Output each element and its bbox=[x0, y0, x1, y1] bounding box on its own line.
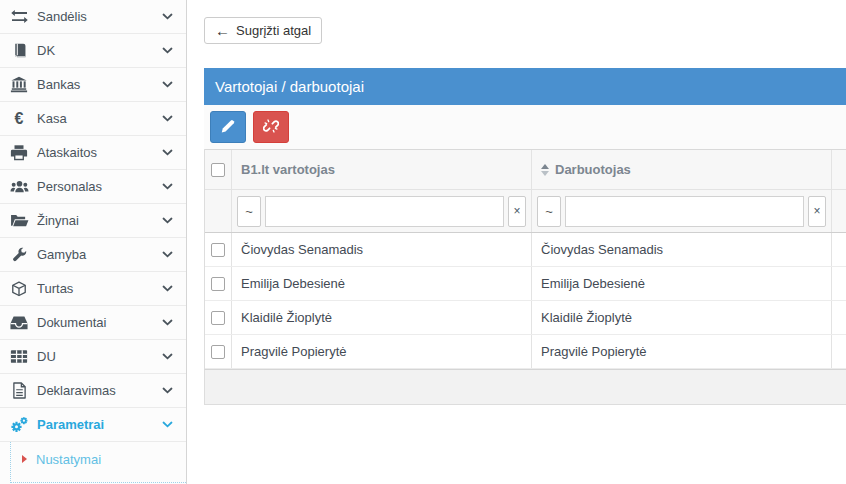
chevron-down-icon bbox=[162, 183, 173, 190]
cell-user: Emilija Debesienė bbox=[232, 267, 532, 300]
panel-footer bbox=[204, 369, 846, 405]
row-checkbox-cell bbox=[205, 233, 232, 266]
filter-clear-button[interactable]: × bbox=[808, 196, 826, 227]
filter-cell-user: ~ × bbox=[232, 190, 532, 232]
filter-clear-button[interactable]: × bbox=[508, 196, 526, 227]
sidebar-item-deklaravimas[interactable]: Deklaravimas bbox=[0, 374, 186, 408]
row-checkbox-cell bbox=[205, 335, 232, 368]
panel-title: Vartotojai / darbuotojai bbox=[204, 68, 846, 105]
row-checkbox[interactable] bbox=[211, 345, 225, 359]
sidebar-item-du[interactable]: DU bbox=[0, 340, 186, 374]
chevron-down-icon bbox=[162, 387, 173, 394]
sidebar-item-sandelis[interactable]: Sandėlis bbox=[0, 0, 186, 34]
select-all-checkbox[interactable] bbox=[211, 163, 225, 177]
chain-broken-icon bbox=[263, 118, 279, 137]
filter-cell-employee: ~ × bbox=[532, 190, 832, 232]
arrow-left-icon: ← bbox=[215, 23, 230, 38]
back-button[interactable]: ← Sugrįžti atgal bbox=[204, 17, 322, 44]
exchange-icon bbox=[7, 9, 31, 24]
sidebar-item-label: Dokumentai bbox=[37, 315, 162, 330]
filter-input-employee[interactable] bbox=[565, 196, 804, 227]
sidebar-item-kasa[interactable]: € Kasa bbox=[0, 102, 186, 136]
sidebar-item-label: Personalas bbox=[37, 179, 162, 194]
filter-spacer-cell bbox=[205, 190, 232, 232]
euro-icon: € bbox=[7, 111, 31, 127]
column-header-spacer bbox=[832, 150, 846, 189]
chevron-down-icon bbox=[162, 285, 173, 292]
sidebar-subitem-label: Nustatymai bbox=[36, 452, 101, 467]
main-content: ← Sugrįžti atgal Vartotojai / darbuotoja… bbox=[188, 0, 846, 484]
chevron-down-icon bbox=[162, 47, 173, 54]
table-filter-row: ~ × ~ × bbox=[205, 190, 846, 233]
filter-input-user[interactable] bbox=[265, 196, 504, 227]
pencil-icon bbox=[220, 118, 236, 137]
chevron-down-icon bbox=[162, 217, 173, 224]
row-checkbox[interactable] bbox=[211, 243, 225, 257]
chevron-down-icon bbox=[162, 353, 173, 360]
filter-operator-button[interactable]: ~ bbox=[237, 196, 261, 227]
cogs-icon bbox=[7, 416, 31, 433]
table-row[interactable]: Čiovydas Senamadis Čiovydas Senamadis bbox=[205, 233, 846, 267]
file-text-icon bbox=[7, 382, 31, 399]
edit-button[interactable] bbox=[210, 111, 246, 143]
sidebar-item-label: Kasa bbox=[37, 111, 162, 126]
cell-user: Pragvilė Popierytė bbox=[232, 335, 532, 368]
cell-spacer bbox=[832, 335, 846, 368]
row-checkbox-cell bbox=[205, 301, 232, 334]
filter-spacer bbox=[832, 190, 846, 232]
sidebar-item-personalas[interactable]: Personalas bbox=[0, 170, 186, 204]
chevron-down-icon bbox=[162, 149, 173, 156]
sidebar: Sandėlis DK Bankas € Kasa Ataskaitos Per… bbox=[0, 0, 187, 484]
sidebar-item-label: Žinynai bbox=[37, 213, 162, 228]
sidebar-item-label: Ataskaitos bbox=[37, 145, 162, 160]
users-table: B1.lt vartotojas Darbuotojas ~ × ~ bbox=[204, 149, 846, 369]
sidebar-item-zinynai[interactable]: Žinynai bbox=[0, 204, 186, 238]
unlink-button[interactable] bbox=[253, 111, 289, 143]
row-checkbox[interactable] bbox=[211, 277, 225, 291]
sidebar-item-label: Gamyba bbox=[37, 247, 162, 262]
row-checkbox[interactable] bbox=[211, 311, 225, 325]
column-header-employee[interactable]: Darbuotojas bbox=[532, 150, 832, 189]
table-row[interactable]: Emilija Debesienė Emilija Debesienė bbox=[205, 267, 846, 301]
filter-operator-button[interactable]: ~ bbox=[537, 196, 561, 227]
row-checkbox-cell bbox=[205, 267, 232, 300]
cell-spacer bbox=[832, 301, 846, 334]
sidebar-item-label: Deklaravimas bbox=[37, 383, 162, 398]
column-header-label: Darbuotojas bbox=[555, 162, 631, 177]
sidebar-item-parametrai[interactable]: Parametrai bbox=[0, 408, 186, 442]
sidebar-item-nustatymai[interactable]: Nustatymai bbox=[11, 442, 186, 476]
folder-open-icon bbox=[7, 213, 31, 228]
wrench-icon bbox=[7, 247, 31, 263]
table-row[interactable]: Pragvilė Popierytė Pragvilė Popierytė bbox=[205, 335, 846, 369]
sidebar-item-label: Turtas bbox=[37, 281, 162, 296]
cell-employee: Klaidilė Žioplytė bbox=[532, 301, 832, 334]
sidebar-item-dk[interactable]: DK bbox=[0, 34, 186, 68]
cell-spacer bbox=[832, 267, 846, 300]
table-row[interactable]: Klaidilė Žioplytė Klaidilė Žioplytė bbox=[205, 301, 846, 335]
column-header-user[interactable]: B1.lt vartotojas bbox=[232, 150, 532, 189]
cell-employee: Čiovydas Senamadis bbox=[532, 233, 832, 266]
sidebar-item-bankas[interactable]: Bankas bbox=[0, 68, 186, 102]
sidebar-item-turtas[interactable]: Turtas bbox=[0, 272, 186, 306]
book-icon bbox=[7, 42, 31, 59]
cell-user: Klaidilė Žioplytė bbox=[232, 301, 532, 334]
chevron-down-icon bbox=[162, 421, 173, 428]
sidebar-submenu-parametrai: Nustatymai bbox=[10, 442, 186, 483]
chevron-down-icon bbox=[162, 319, 173, 326]
sidebar-item-ataskaitos[interactable]: Ataskaitos bbox=[0, 136, 186, 170]
sidebar-item-dokumentai[interactable]: Dokumentai bbox=[0, 306, 186, 340]
chevron-down-icon bbox=[162, 251, 173, 258]
column-header-label: B1.lt vartotojas bbox=[241, 162, 335, 177]
print-icon bbox=[7, 144, 31, 161]
sidebar-item-gamyba[interactable]: Gamyba bbox=[0, 238, 186, 272]
sidebar-item-label: DK bbox=[37, 43, 162, 58]
cell-spacer bbox=[832, 233, 846, 266]
table-icon bbox=[7, 349, 31, 364]
back-button-label: Sugrįžti atgal bbox=[236, 23, 311, 38]
panel-toolbar bbox=[204, 105, 846, 149]
cell-user: Čiovydas Senamadis bbox=[232, 233, 532, 266]
bank-icon bbox=[7, 76, 31, 93]
users-panel: Vartotojai / darbuotojai B1.lt vartotoja… bbox=[204, 68, 846, 405]
table-header-row: B1.lt vartotojas Darbuotojas bbox=[205, 149, 846, 190]
cell-employee: Pragvilė Popierytė bbox=[532, 335, 832, 368]
